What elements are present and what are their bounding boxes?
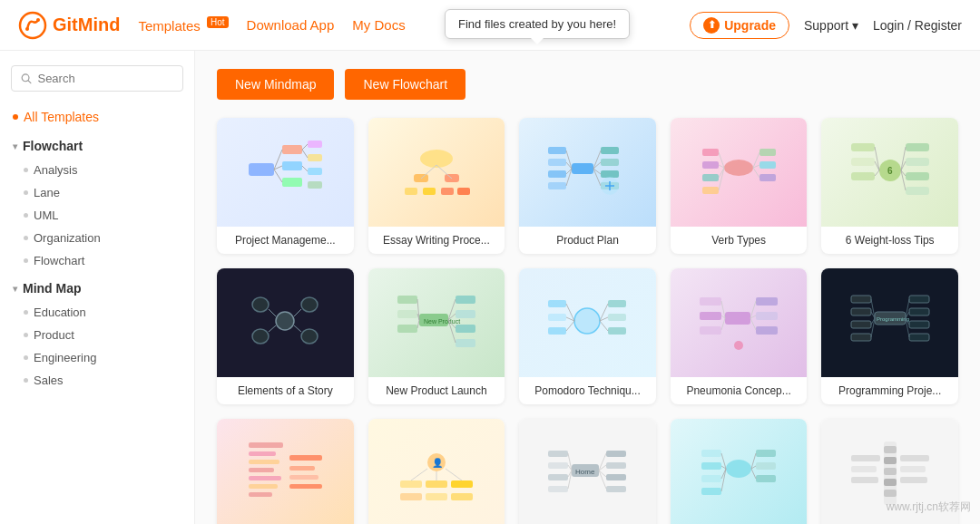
svg-rect-117 (725, 312, 750, 325)
svg-rect-24 (441, 188, 454, 195)
card-label: New Product Launch (368, 377, 505, 404)
svg-rect-209 (884, 490, 897, 497)
template-card[interactable] (217, 419, 354, 524)
svg-line-85 (269, 325, 276, 332)
card-label: Pneumonia Concep... (671, 377, 808, 404)
template-card[interactable]: Verb Types (671, 118, 808, 254)
svg-rect-208 (884, 479, 897, 486)
arrow-icon: ▾ (13, 284, 17, 294)
sidebar-item-sales[interactable]: Sales (0, 369, 194, 392)
svg-line-84 (269, 309, 276, 316)
sidebar-item-uml[interactable]: UML (0, 204, 194, 227)
card-thumbnail (671, 419, 808, 524)
svg-rect-157 (289, 466, 315, 471)
svg-rect-165 (400, 493, 422, 500)
card-thumbnail (217, 118, 354, 227)
template-card[interactable]: Programming (821, 268, 958, 404)
template-card[interactable]: Elements of a Story (217, 268, 354, 404)
logo[interactable]: GitMind (18, 11, 120, 40)
sidebar-item-analysis[interactable]: Analysis (0, 159, 194, 181)
template-card[interactable]: Project Manageme... (217, 118, 354, 254)
card-thumbnail: 👤 (368, 419, 505, 524)
svg-rect-166 (426, 493, 447, 500)
support-link[interactable]: Support ▾ (804, 18, 858, 33)
svg-rect-95 (456, 325, 475, 333)
sidebar-category-flowchart[interactable]: ▾ Flowchart (0, 133, 194, 159)
card-thumbnail: 6 (821, 118, 958, 227)
svg-rect-152 (249, 468, 274, 472)
svg-rect-67 (851, 172, 875, 180)
svg-rect-32 (548, 182, 566, 189)
active-dot (13, 114, 18, 120)
sidebar-item-all-templates[interactable]: All Templates (0, 104, 194, 130)
card-label: Essay Writing Proce... (368, 227, 505, 254)
template-card[interactable]: Essay Writing Proce... (368, 118, 505, 254)
header: GitMind Templates Hot Download App My Do… (0, 0, 980, 51)
card-label: Pomodoro Techniqu... (519, 377, 656, 404)
template-card[interactable] (671, 419, 808, 524)
svg-rect-134 (851, 308, 871, 315)
nav-download[interactable]: Download App (247, 17, 335, 33)
svg-rect-55 (760, 174, 776, 181)
template-card[interactable]: Product Plan (519, 118, 656, 254)
svg-rect-109 (608, 314, 626, 321)
svg-rect-178 (606, 462, 626, 469)
sidebar-category-mindmap[interactable]: ▾ Mind Map (0, 276, 194, 301)
svg-rect-8 (282, 178, 302, 187)
sidebar-item-lane[interactable]: Lane (0, 181, 194, 204)
arrow-icon: ▾ (13, 141, 17, 151)
svg-point-82 (301, 297, 318, 312)
svg-line-74 (875, 170, 879, 176)
svg-rect-192 (701, 475, 721, 482)
header-right: ⬆ Upgrade Support ▾ Login / Register (690, 12, 962, 39)
svg-line-130 (750, 318, 756, 330)
svg-rect-123 (756, 326, 778, 335)
nav-templates[interactable]: Templates Hot (138, 17, 228, 34)
template-card[interactable]: New Product (368, 268, 505, 404)
svg-rect-150 (249, 451, 276, 456)
thumbnail-svg (698, 286, 779, 359)
template-card[interactable]: 👤 (368, 419, 505, 524)
template-card[interactable]: 6 (821, 118, 958, 254)
svg-rect-23 (423, 188, 436, 195)
sidebar-item-organization[interactable]: Organization (0, 227, 194, 249)
thumbnail-svg: Programming (849, 286, 931, 359)
search-input[interactable] (37, 72, 173, 85)
new-flowchart-button[interactable]: New Flowchart (345, 69, 466, 100)
template-card[interactable] (821, 419, 958, 524)
search-box[interactable] (11, 65, 183, 92)
svg-line-17 (302, 150, 308, 158)
thumbnail-svg (698, 437, 779, 509)
template-card[interactable]: Pomodoro Techniqu... (519, 268, 656, 404)
svg-rect-28 (572, 163, 593, 174)
login-link[interactable]: Login / Register (873, 18, 962, 33)
svg-point-104 (574, 308, 600, 334)
sidebar-section-all: All Templates (0, 104, 194, 133)
svg-rect-158 (289, 475, 318, 480)
svg-line-168 (411, 469, 427, 480)
svg-rect-94 (456, 310, 475, 318)
nav-mydocs[interactable]: My Docs (352, 17, 405, 33)
upgrade-button[interactable]: ⬆ Upgrade (690, 12, 789, 39)
svg-rect-173 (548, 451, 568, 457)
svg-rect-207 (884, 468, 897, 475)
svg-rect-211 (851, 466, 877, 472)
card-thumbnail (671, 118, 808, 227)
svg-line-113 (566, 321, 574, 331)
new-mindmap-button[interactable]: New Mindmap (217, 69, 334, 100)
template-card[interactable]: Home (519, 419, 656, 524)
svg-rect-162 (400, 480, 422, 488)
svg-point-1 (25, 27, 29, 31)
sidebar-item-product[interactable]: Product (0, 324, 194, 346)
card-thumbnail: Programming (821, 268, 958, 377)
svg-rect-213 (900, 455, 929, 461)
template-card[interactable]: Pneumonia Concep... (671, 268, 808, 404)
svg-rect-54 (760, 161, 776, 169)
action-bar: New Mindmap New Flowchart (217, 69, 958, 100)
sidebar-item-education[interactable]: Education (0, 301, 194, 324)
sidebar-item-engineering[interactable]: Engineering (0, 346, 194, 369)
thumbnail-svg (698, 136, 779, 209)
svg-rect-6 (282, 145, 302, 154)
sidebar-item-flowchart[interactable]: Flowchart (0, 249, 194, 272)
svg-rect-122 (756, 312, 778, 320)
